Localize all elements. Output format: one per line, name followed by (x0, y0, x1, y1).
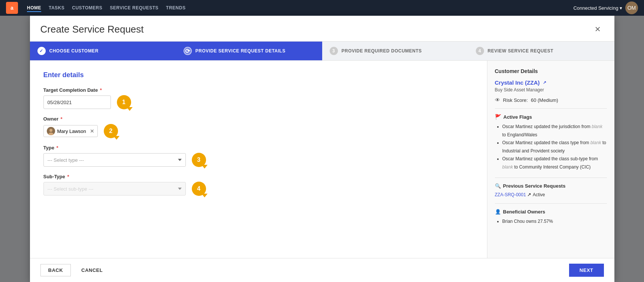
divider-2 (495, 178, 607, 178)
nav-customers[interactable]: CUSTOMERS (72, 4, 102, 12)
beneficial-owner-1: Brian Chou owns 27.57% (502, 218, 607, 226)
flag-item-2: Oscar Martinez updated the class type fr… (502, 139, 607, 155)
risk-row: 👁 Risk Score: 60 (Medium) (495, 97, 607, 103)
prev-request-status: Active (533, 192, 545, 197)
step-2[interactable]: ⟳ PROVIDE SERVICE REQUEST DETAILS (176, 42, 322, 60)
owner-avatar (47, 127, 55, 135)
subtype-label: Sub-Type * (43, 174, 474, 179)
step-1[interactable]: ✓ CHOOSE CUSTOMER (30, 42, 176, 60)
risk-label: Risk Score: (503, 97, 528, 103)
appian-logo-icon: a (6, 2, 18, 14)
step-4-label: REVIEW SERVICE REQUEST (488, 48, 553, 54)
subtype-group: Sub-Type * --- Select sub-type --- 4 (43, 174, 474, 196)
step-4[interactable]: 4 REVIEW SERVICE REQUEST (468, 42, 614, 60)
nav-trends[interactable]: TRENDS (166, 4, 185, 12)
owner-tag: Mary Lawson ✕ (43, 125, 98, 137)
person-icon: 👤 (495, 209, 501, 215)
prev-request-link[interactable]: ZZA-SRQ-0001 (495, 192, 526, 197)
sidebar-panel: Customer Details Crystal Inc (ZZA) ↗ Buy… (487, 61, 614, 258)
modal-body: Enter details Target Completion Date * 1 (30, 61, 614, 258)
beneficial-section: 👤 Beneficial Owners Brian Chou owns 27.5… (495, 209, 607, 226)
subtype-row: --- Select sub-type --- 4 (43, 182, 474, 196)
step-badge-2: 2 (104, 124, 118, 138)
flag-list: Oscar Martinez updated the jurisdiction … (495, 123, 607, 172)
modal: Create Service Request ✕ ✓ CHOOSE CUSTOM… (30, 16, 614, 282)
footer-left: BACK CANCEL (40, 264, 109, 276)
type-label: Type * (43, 145, 474, 151)
section-title: Enter details (43, 71, 474, 79)
subtype-select[interactable]: --- Select sub-type --- (43, 182, 186, 195)
completion-date-input[interactable] (43, 95, 111, 109)
subtype-required: * (67, 174, 69, 179)
form-area: Enter details Target Completion Date * 1 (30, 61, 487, 258)
completion-date-row: 1 (43, 95, 474, 109)
modal-title: Create Service Request (40, 24, 144, 35)
prev-request-row: ZZA-SRQ-0001 ↗ Active (495, 192, 607, 197)
type-select[interactable]: --- Select type --- (43, 153, 186, 167)
owner-group: Owner * (43, 116, 474, 138)
nav-home[interactable]: HOME (27, 4, 41, 12)
type-group: Type * --- Select type --- 3 (43, 145, 474, 167)
completion-date-label: Target Completion Date * (43, 87, 474, 93)
owner-row: Mary Lawson ✕ 2 (43, 124, 474, 138)
search-icon: 🔍 (495, 183, 501, 189)
back-button[interactable]: BACK (40, 264, 71, 276)
owner-name: Mary Lawson (57, 128, 86, 134)
step-badge-3: 3 (192, 153, 206, 167)
appian-logo: a (6, 2, 18, 14)
step-3-label: PROVIDE REQUIRED DOCUMENTS (342, 48, 422, 54)
step-3-num: 3 (330, 47, 338, 55)
svg-point-1 (49, 129, 52, 132)
cancel-button[interactable]: CANCEL (75, 264, 109, 276)
flags-title: 🚩 Active Flags (495, 114, 607, 120)
flag-icon: 🚩 (495, 114, 501, 120)
customer-name: Crystal Inc (ZZA) ↗ (495, 79, 607, 86)
nav-service-requests[interactable]: SERVICE REQUESTS (110, 4, 158, 12)
flag-item-3: Oscar Martinez updated the class sub-typ… (502, 155, 607, 171)
beneficial-list: Brian Chou owns 27.57% (495, 218, 607, 226)
prev-requests-title: 🔍 Previous Service Requests (495, 183, 607, 189)
steps-bar: ✓ CHOOSE CUSTOMER ⟳ PROVIDE SERVICE REQU… (30, 42, 614, 61)
avatar[interactable]: OM (625, 1, 638, 14)
nav-links: HOME TASKS CUSTOMERS SERVICE REQUESTS TR… (27, 4, 564, 12)
flag-item-1: Oscar Martinez updated the jurisdiction … (502, 123, 607, 139)
eye-icon: 👁 (495, 97, 500, 103)
step-2-label: PROVIDE SERVICE REQUEST DETAILS (196, 48, 285, 54)
customer-external-link-icon[interactable]: ↗ (543, 80, 546, 85)
type-required: * (57, 145, 58, 151)
type-row: --- Select type --- 3 (43, 153, 474, 167)
modal-header: Create Service Request ✕ (30, 16, 614, 42)
step-2-num: ⟳ (184, 47, 192, 55)
flags-section: 🚩 Active Flags Oscar Martinez updated th… (495, 114, 607, 172)
completion-date-required: * (100, 87, 102, 93)
divider-1 (495, 108, 607, 109)
owner-remove-button[interactable]: ✕ (90, 128, 94, 134)
risk-value: 60 (Medium) (531, 97, 558, 103)
modal-overlay: Create Service Request ✕ ✓ CHOOSE CUSTOM… (0, 16, 644, 282)
step-badge-1: 1 (117, 95, 131, 109)
owner-label: Owner * (43, 116, 474, 122)
next-button[interactable]: NEXT (569, 264, 604, 277)
beneficial-owners-title: 👤 Beneficial Owners (495, 209, 607, 215)
step-4-num: 4 (476, 47, 484, 55)
nav-right: Connected Servicing ▾ OM (573, 1, 638, 14)
customer-details-title: Customer Details (495, 68, 607, 74)
top-nav: a HOME TASKS CUSTOMERS SERVICE REQUESTS … (0, 0, 644, 16)
step-1-num: ✓ (37, 47, 46, 55)
customer-type: Buy Side Asset Manager (495, 87, 607, 93)
modal-footer: BACK CANCEL NEXT (30, 258, 614, 282)
close-button[interactable]: ✕ (592, 23, 604, 35)
completion-date-group: Target Completion Date * 1 (43, 87, 474, 109)
prev-request-ext-icon: ↗ (527, 192, 533, 197)
divider-3 (495, 203, 607, 204)
app-name[interactable]: Connected Servicing ▾ (573, 5, 622, 11)
step-badge-4: 4 (192, 182, 206, 196)
step-1-label: CHOOSE CUSTOMER (49, 48, 99, 54)
nav-tasks[interactable]: TASKS (49, 4, 64, 12)
step-3[interactable]: 3 PROVIDE REQUIRED DOCUMENTS (322, 42, 468, 60)
prev-requests-section: 🔍 Previous Service Requests ZZA-SRQ-0001… (495, 183, 607, 197)
owner-required: * (61, 116, 63, 122)
background-content: Create Service Request ✕ ✓ CHOOSE CUSTOM… (0, 16, 644, 282)
